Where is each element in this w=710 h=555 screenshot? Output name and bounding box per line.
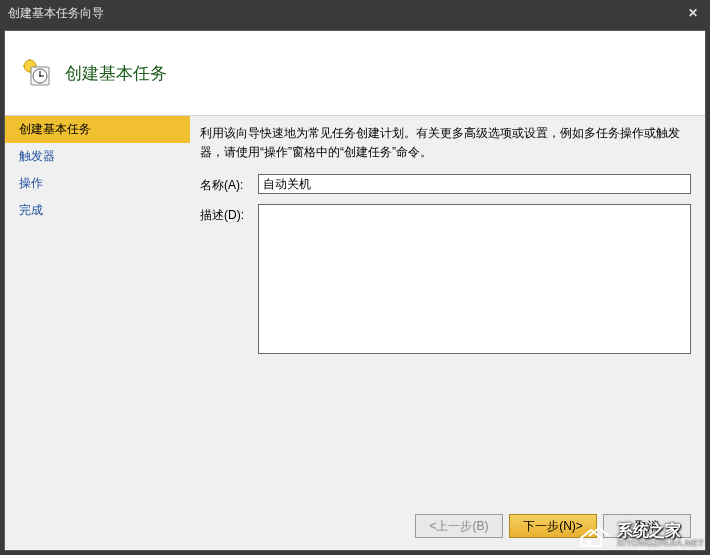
instruction-text: 利用该向导快速地为常见任务创建计划。有关更多高级选项或设置，例如多任务操作或触发…: [200, 124, 691, 162]
back-button: <上一步(B): [415, 514, 503, 538]
sidebar-item-label: 创建基本任务: [19, 122, 91, 136]
sidebar-item-label: 触发器: [19, 149, 55, 163]
task-schedule-icon: [23, 59, 51, 87]
wizard-body: 创建基本任务 触发器 操作 完成 利用该向导快速地为常见任务创建计划。有关更多高…: [5, 116, 705, 502]
sidebar-item-label: 操作: [19, 176, 43, 190]
dialog-body: 创建基本任务 创建基本任务 触发器 操作 完成 利用该向导快速地为常见任务创建计…: [4, 30, 706, 551]
sidebar-item-finish[interactable]: 完成: [5, 197, 190, 224]
cancel-button[interactable]: 取消: [603, 514, 691, 538]
next-button[interactable]: 下一步(N)>: [509, 514, 597, 538]
sidebar-item-create-basic-task[interactable]: 创建基本任务: [5, 116, 190, 143]
sidebar-item-trigger[interactable]: 触发器: [5, 143, 190, 170]
wizard-footer: <上一步(B) 下一步(N)> 取消: [5, 502, 705, 550]
sidebar-item-action[interactable]: 操作: [5, 170, 190, 197]
window-title: 创建基本任务向导: [8, 5, 104, 22]
wizard-content: 利用该向导快速地为常见任务创建计划。有关更多高级选项或设置，例如多任务操作或触发…: [190, 116, 705, 502]
description-row: 描述(D):: [200, 204, 691, 354]
wizard-window: 创建基本任务向导 ✕: [0, 0, 710, 555]
description-label: 描述(D):: [200, 204, 258, 224]
close-icon[interactable]: ✕: [684, 6, 702, 20]
sidebar-item-label: 完成: [19, 203, 43, 217]
titlebar: 创建基本任务向导 ✕: [0, 0, 710, 26]
wizard-header: 创建基本任务: [5, 31, 705, 116]
name-label: 名称(A):: [200, 174, 258, 194]
description-textarea[interactable]: [258, 204, 691, 354]
name-row: 名称(A):: [200, 174, 691, 194]
name-input[interactable]: [258, 174, 691, 194]
wizard-header-title: 创建基本任务: [65, 62, 167, 85]
wizard-sidebar: 创建基本任务 触发器 操作 完成: [5, 116, 190, 502]
svg-point-9: [39, 75, 41, 77]
